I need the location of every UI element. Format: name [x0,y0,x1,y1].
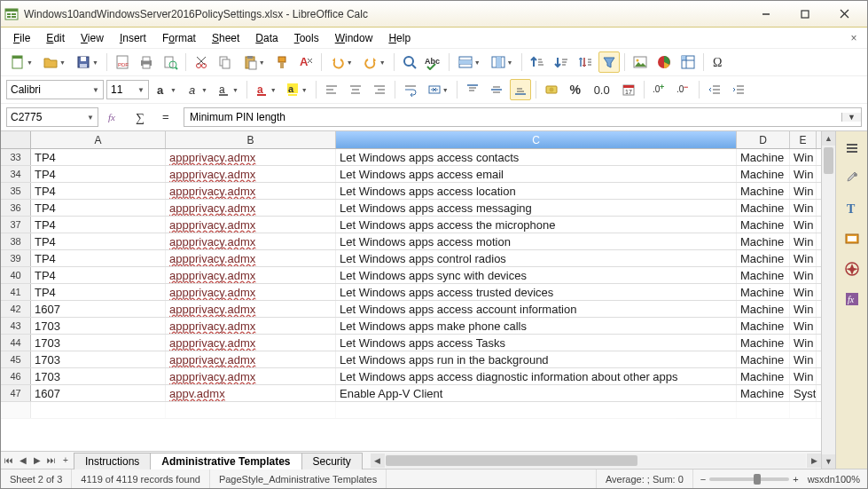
cell[interactable]: Machine [737,318,790,334]
cell[interactable]: 1703 [31,351,166,367]
cell[interactable]: 1703 [31,368,166,384]
new-button[interactable]: ▼ [6,51,36,73]
formula-expand-button[interactable]: ▼ [841,113,861,122]
cell[interactable]: appprivacy.admx [166,267,336,283]
row-header[interactable]: 45 [1,351,31,367]
vscroll-up[interactable]: ▲ [822,131,835,146]
menu-format[interactable]: Format [155,30,203,46]
sidebar-navigator-icon[interactable] [841,257,864,280]
cell[interactable]: Enable App-V Client [336,385,737,401]
zoom-control[interactable]: − + wsxdn100% [693,474,867,485]
cell[interactable]: Syst [790,385,817,401]
cell[interactable]: TP4 [31,149,166,165]
function-wizard-button[interactable]: fx [104,106,125,128]
align-left-button[interactable] [321,79,342,100]
col-header-b[interactable]: B [166,131,336,148]
table-row[interactable]: 34TP4appprivacy.admxLet Windows apps acc… [1,166,821,183]
col-header-a[interactable]: A [31,131,166,148]
formula-text[interactable]: Minimum PIN length [184,111,841,123]
row-header[interactable]: 33 [1,149,31,165]
clear-formatting-button[interactable]: A [295,51,317,73]
cell[interactable]: appprivacy.admx [166,368,336,384]
status-sheet[interactable]: Sheet 2 of 3 [1,469,72,488]
cell[interactable]: Machine [737,385,790,401]
cell[interactable]: Let Windows apps sync with devices [336,267,737,283]
save-button[interactable]: ▼ [72,51,102,73]
tab-add-button[interactable]: + [59,455,72,465]
cell[interactable]: Let Windows apps access motion [336,233,737,249]
status-calc[interactable]: Average: ; Sum: 0 [597,469,693,488]
cell[interactable]: Let Windows apps access messaging [336,200,737,216]
tab-instructions[interactable]: Instructions [74,453,151,469]
cell[interactable]: Win [790,335,817,351]
decrease-indent-button[interactable] [704,79,725,100]
tab-security[interactable]: Security [301,453,363,469]
font-size-combo[interactable]: 11▼ [106,80,149,99]
row-header[interactable]: 39 [1,250,31,266]
table-row[interactable]: 441703appprivacy.admxLet Windows apps ac… [1,335,821,351]
table-row[interactable]: 39TP4appprivacy.admxLet Windows apps con… [1,250,821,267]
col-header-e[interactable]: E [790,131,817,148]
paste-button[interactable]: ▼ [239,51,269,73]
cell[interactable]: TP4 [31,250,166,266]
zoom-out-icon[interactable]: − [700,474,706,485]
cell[interactable]: appprivacy.admx [166,183,336,199]
cell[interactable]: Let Windows apps access Tasks [336,335,737,351]
cell[interactable]: Win [790,284,817,300]
cell[interactable]: Win [790,351,817,367]
table-row[interactable]: 461703appprivacy.admxLet Windows apps ac… [1,368,821,385]
row-header[interactable]: 43 [1,318,31,334]
table-row[interactable]: 421607appprivacy.admxLet Windows apps ac… [1,301,821,318]
cell[interactable]: TP4 [31,284,166,300]
cell[interactable]: TP4 [31,166,166,182]
cell[interactable]: Win [790,233,817,249]
menu-view[interactable]: View [74,30,111,46]
row-header[interactable]: 44 [1,335,31,351]
row-header[interactable]: 38 [1,233,31,249]
cell[interactable]: Machine [737,166,790,182]
row-header[interactable]: 41 [1,284,31,300]
sidebar-gallery-icon[interactable] [841,227,864,250]
sidebar-styles-icon[interactable]: T [841,197,864,220]
sidebar-menu-icon[interactable] [841,137,864,160]
sort-asc-button[interactable] [527,51,548,73]
menu-help[interactable]: Help [381,30,418,46]
cell[interactable]: Win [790,166,817,182]
print-button[interactable] [136,51,157,73]
cell[interactable]: Win [790,267,817,283]
cell[interactable]: Win [790,183,817,199]
cell[interactable]: appprivacy.admx [166,233,336,249]
menu-close-doc[interactable]: × [846,32,862,44]
cell[interactable]: 1703 [31,335,166,351]
row-header[interactable]: 40 [1,267,31,283]
row-header[interactable]: 36 [1,200,31,216]
tab-next-button[interactable]: ▶ [31,455,43,465]
highlight-color-button[interactable]: a▼ [283,79,311,100]
cell[interactable]: Win [790,318,817,334]
name-box[interactable]: C2775▼ [6,107,98,127]
add-decimal-button[interactable]: .0+ [649,79,670,100]
align-right-button[interactable] [369,79,390,100]
cell[interactable]: Machine [737,149,790,165]
number-format-button[interactable]: 0.0 [589,79,615,100]
tab-last-button[interactable]: ⏭ [45,455,58,465]
tab-first-button[interactable]: ⏮ [3,455,15,465]
bold-button[interactable]: a▼ [152,79,180,100]
cell[interactable]: Machine [737,351,790,367]
table-row[interactable]: 37TP4appprivacy.admxLet Windows apps acc… [1,217,821,233]
currency-button[interactable] [541,79,562,100]
cell[interactable]: Win [790,250,817,266]
row-header[interactable]: 37 [1,217,31,233]
close-button[interactable] [825,2,864,27]
menu-tools[interactable]: Tools [287,30,326,46]
zoom-slider[interactable] [709,477,789,481]
cell[interactable]: TP4 [31,183,166,199]
spellcheck-button[interactable]: Abc [423,51,444,73]
grid-body[interactable]: 33TP4appprivacy.admxLet Windows apps acc… [1,149,821,451]
cell[interactable]: Machine [737,301,790,317]
undo-button[interactable]: ▼ [326,51,356,73]
row-button[interactable]: ▼ [454,51,484,73]
hscroll-thumb[interactable] [386,455,637,466]
align-top-button[interactable] [462,79,483,100]
menu-edit[interactable]: Edit [39,30,72,46]
